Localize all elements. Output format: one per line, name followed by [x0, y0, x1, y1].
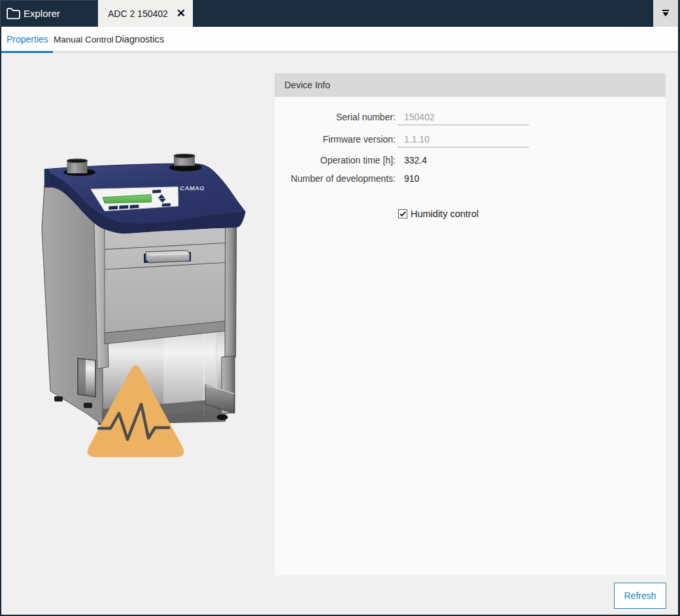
svg-text:CAMAG: CAMAG	[180, 184, 205, 192]
